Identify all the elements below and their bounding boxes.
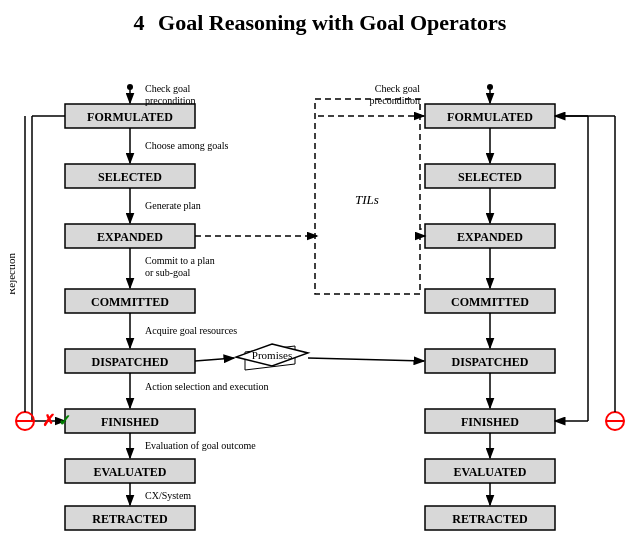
- svg-text:RETRACTED: RETRACTED: [92, 512, 168, 526]
- svg-text:FORMULATED: FORMULATED: [447, 110, 533, 124]
- svg-text:Acquire goal resources: Acquire goal resources: [145, 325, 237, 336]
- svg-text:Check goal: Check goal: [375, 83, 420, 94]
- svg-text:or sub-goal: or sub-goal: [145, 267, 190, 278]
- svg-text:✗: ✗: [42, 412, 55, 429]
- svg-point-33: [127, 84, 133, 90]
- svg-text:FORMULATED: FORMULATED: [87, 110, 173, 124]
- svg-text:FINISHED: FINISHED: [101, 415, 159, 429]
- svg-text:EVALUATED: EVALUATED: [454, 465, 527, 479]
- svg-text:EXPANDED: EXPANDED: [97, 230, 163, 244]
- svg-text:SELECTED: SELECTED: [98, 170, 162, 184]
- svg-text:DISPATCHED: DISPATCHED: [92, 355, 169, 369]
- svg-text:SELECTED: SELECTED: [458, 170, 522, 184]
- svg-text:Action selection and execution: Action selection and execution: [145, 381, 269, 392]
- svg-line-65: [195, 358, 234, 361]
- svg-text:Rejection: Rejection: [10, 252, 17, 295]
- svg-text:COMMITTED: COMMITTED: [91, 295, 169, 309]
- svg-text:COMMITTED: COMMITTED: [451, 295, 529, 309]
- svg-text:✓: ✓: [58, 412, 71, 429]
- page-title: 4 Goal Reasoning with Goal Operators: [134, 10, 507, 36]
- svg-text:Check goal: Check goal: [145, 83, 190, 94]
- svg-text:precondition: precondition: [145, 95, 196, 106]
- svg-text:precondition: precondition: [369, 95, 420, 106]
- svg-text:Commit to a plan: Commit to a plan: [145, 255, 215, 266]
- svg-text:TILs: TILs: [355, 192, 379, 207]
- svg-text:Promises: Promises: [252, 349, 292, 361]
- svg-text:CX/System: CX/System: [145, 490, 191, 501]
- diagram-svg: FORMULATED SELECTED EXPANDED COMMITTED D…: [10, 44, 630, 534]
- svg-text:EVALUATED: EVALUATED: [94, 465, 167, 479]
- svg-text:RETRACTED: RETRACTED: [452, 512, 528, 526]
- svg-text:FINISHED: FINISHED: [461, 415, 519, 429]
- svg-text:Choose among goals: Choose among goals: [145, 140, 228, 151]
- svg-text:Generate plan: Generate plan: [145, 200, 201, 211]
- svg-text:Evaluation of goal outcome: Evaluation of goal outcome: [145, 440, 256, 451]
- svg-text:EXPANDED: EXPANDED: [457, 230, 523, 244]
- svg-line-66: [308, 358, 424, 361]
- svg-text:DISPATCHED: DISPATCHED: [452, 355, 529, 369]
